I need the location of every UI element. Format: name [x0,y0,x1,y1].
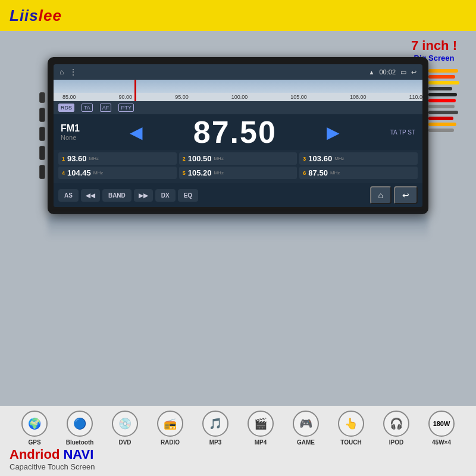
current-time: 00:02 [379,68,396,76]
screen-icon: ▭ [400,68,406,76]
feature-gps: 🌍 GPS [12,411,57,446]
bottom-section: 🌍 GPS 🔵 Bluetooth 💿 DVD 📻 RADIO 🎵 MP3 🎬 … [0,406,476,476]
device-screen: ⌂ ⋮ ▲ 00:02 ▭ ↩ 85.00 [54,64,422,207]
feature-mp3: 🎵 MP3 [193,411,238,446]
cable-3 [428,81,459,84]
as-button[interactable]: AS [58,189,79,202]
next-freq-button[interactable]: ▶ [327,123,340,142]
inch-label: 7 inch ! [411,38,457,54]
dvd-icon: 💿 [112,411,138,437]
mp4-icon: 🎬 [248,411,274,437]
feature-radio: 📻 RADIO [148,411,193,446]
main-frequency: 87.50 [193,114,277,150]
cable-10 [428,123,456,126]
product-title: Andriod NAVI [10,447,466,462]
side-buttons [39,92,45,179]
ta-tp-st-label: TA TP ST [390,129,415,136]
fm-right-labels: TA TP ST [390,129,415,136]
cable-8 [428,111,458,114]
preset-row-1: 1 93.60 MHz 2 100.50 MHz 3 103.60 MH [58,152,418,165]
side-button-3[interactable] [39,146,45,160]
cable-11 [428,129,454,132]
rds-tag: RDS [58,104,74,112]
fm-display: FM1 None ◀ 87.50 ▶ TA TP ST [54,114,422,150]
cable-4 [428,87,452,90]
preset-4[interactable]: 4 104.45 MHz [58,167,177,179]
power-icon: 180W [428,411,455,437]
home-icon[interactable]: ⌂ [60,68,64,76]
mp3-icon: 🎵 [202,411,228,437]
preset-section: 1 93.60 MHz 2 100.50 MHz 3 103.60 MH [54,150,422,183]
device-reflection [48,215,428,239]
menu-icon[interactable]: ⋮ [70,68,77,76]
navi-text: NAVI [63,447,93,462]
cable-2 [428,75,455,79]
side-button-2[interactable] [39,127,45,141]
cable-9 [428,117,453,120]
features-row: 🌍 GPS 🔵 Bluetooth 💿 DVD 📻 RADIO 🎵 MP3 🎬 … [0,411,476,446]
gps-icon: 🌍 [21,411,48,437]
dx-button[interactable]: DX [155,189,176,202]
car-radio-unit: ⌂ ⋮ ▲ 00:02 ▭ ↩ 85.00 [48,57,428,214]
back-icon[interactable]: ↩ [411,68,416,76]
eq-button[interactable]: EQ [178,189,198,202]
af-tag: AF [100,104,112,112]
ipod-label: IPOD [389,439,403,446]
game-icon: 🎮 [293,411,319,437]
touch-icon: 👆 [338,411,364,437]
android-text: Andriod [10,447,60,462]
time-area: ▲ 00:02 ▭ ↩ [369,68,416,76]
nav-icons: ⌂ ⋮ [60,68,77,76]
preset-2[interactable]: 2 100.50 MHz [179,152,298,165]
radio-icon: 📻 [157,411,183,437]
prev-button[interactable]: ◀◀ [81,189,100,202]
radio-label: RADIO [161,439,180,446]
brand-logo: Liislee [10,7,62,25]
gps-label: GPS [28,439,40,446]
top-banner: Liislee [0,0,476,31]
mp4-label: MP4 [255,439,267,446]
next-button[interactable]: ▶▶ [134,189,153,202]
cable-6 [428,99,456,102]
dvd-label: DVD [118,439,131,446]
home-button[interactable]: ⌂ [370,186,392,204]
pty-tag: PTY [118,104,134,112]
preset-row-2: 4 104.45 MHz 5 105.20 MHz 6 87.50 MH [58,167,418,179]
cable-bundle [428,69,464,188]
preset-6[interactable]: 6 87.50 MHz [299,167,418,179]
status-bar: ⌂ ⋮ ▲ 00:02 ▭ ↩ [54,64,422,80]
control-bar: AS ◀◀ BAND ▶▶ DX EQ ⌂ ↩ [54,183,422,207]
prev-freq-button[interactable]: ◀ [130,123,143,142]
mp3-label: MP3 [209,439,222,446]
frequency-bar: 85.00 90.00 95.00 100.00 105.00 108.00 1… [54,80,422,101]
back-button[interactable]: ↩ [394,186,418,204]
fm-label: FM1 [61,123,80,134]
power-button[interactable] [39,92,45,103]
fm-info: FM1 None [61,123,80,141]
feature-ipod: 🎧 IPOD [374,411,419,446]
preset-5[interactable]: 5 105.20 MHz [179,167,298,179]
freq-numbers: 85.00 90.00 95.00 100.00 105.00 108.00 1… [60,94,422,100]
power-label: 45W×4 [432,439,451,446]
bluetooth-icon: 🔵 [67,411,93,437]
band-button[interactable]: BAND [102,189,131,202]
cable-1 [428,69,458,73]
feature-mp4: 🎬 MP4 [238,411,283,446]
bluetooth-label: Bluetooth [66,439,94,446]
info-bar: RDS TA AF PTY [54,101,422,114]
text-section: Andriod NAVI Capacitive Touch Screen [0,446,476,476]
feature-180w: 180W 45W×4 [419,411,464,446]
cable-5 [428,93,457,96]
product-subtitle: Capacitive Touch Screen [10,462,466,471]
cable-7 [428,105,455,108]
side-button-4[interactable] [39,165,45,179]
main-area: 7 inch ! Big Screen [0,31,476,406]
preset-1[interactable]: 1 93.60 MHz [58,152,177,165]
feature-dvd: 💿 DVD [102,411,148,446]
preset-3[interactable]: 3 103.60 MHz [299,152,418,165]
feature-game: 🎮 GAME [283,411,328,446]
side-button-1[interactable] [39,108,45,122]
ta-tag: TA [82,104,93,112]
feature-bluetooth: 🔵 Bluetooth [57,411,102,446]
waveform [54,80,422,93]
